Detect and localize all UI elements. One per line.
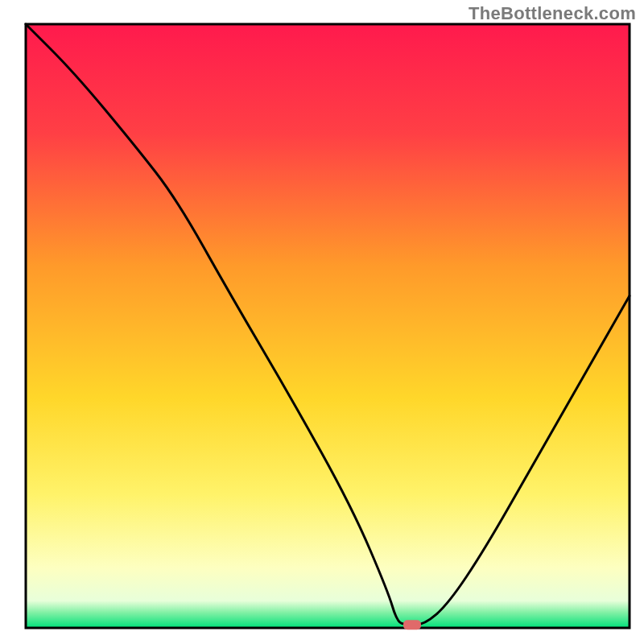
bottleneck-chart: TheBottleneck.com — [0, 0, 644, 644]
optimal-marker — [403, 620, 421, 630]
watermark-text: TheBottleneck.com — [469, 3, 636, 24]
chart-svg — [0, 0, 644, 644]
plot-background — [26, 24, 630, 628]
